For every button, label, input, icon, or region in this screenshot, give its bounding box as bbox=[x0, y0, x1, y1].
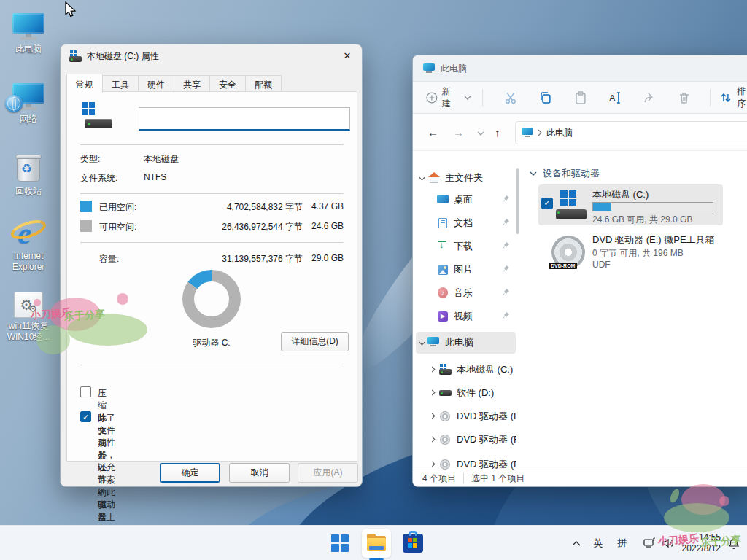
devices-and-drives-header[interactable]: 设备和驱动器 bbox=[530, 167, 600, 180]
desktop-icon-label: Internet Explorer bbox=[1, 251, 55, 273]
properties-dialog: 本地磁盘 (C:) 属性 ✕ 常规 工具 硬件 共享 安全 配额 类型:本地磁盘… bbox=[60, 44, 363, 487]
breadcrumb[interactable]: 此电脑 bbox=[546, 127, 573, 139]
volume-icon[interactable] bbox=[662, 537, 675, 549]
explorer-title-bar[interactable]: 此电脑 bbox=[413, 55, 747, 81]
pin-icon bbox=[502, 218, 510, 226]
cancel-button[interactable]: 取消 bbox=[229, 463, 290, 483]
desktop-icon-network[interactable]: 网络 bbox=[1, 77, 55, 125]
volume-label-input[interactable] bbox=[139, 107, 350, 131]
sidebar-item-documents[interactable]: 文档 bbox=[416, 212, 516, 234]
desktop-icon-internet-explorer[interactable]: e Internet Explorer bbox=[1, 214, 55, 273]
sidebar-item-pictures[interactable]: 图片 bbox=[416, 259, 516, 281]
microsoft-store-icon bbox=[403, 534, 423, 553]
desktop-icon-label: 此电脑 bbox=[1, 44, 55, 55]
ime-mode-button[interactable]: 拼 bbox=[618, 537, 627, 550]
sidebar-item-desktop[interactable]: 桌面 bbox=[416, 189, 516, 211]
separator bbox=[80, 144, 344, 145]
chevron-down-icon bbox=[464, 96, 471, 100]
sidebar-item-drive-d[interactable]: 软件 (D:) bbox=[416, 382, 516, 404]
copy-icon[interactable] bbox=[538, 90, 553, 105]
type-row: 类型:本地磁盘 bbox=[80, 153, 344, 165]
paste-icon[interactable] bbox=[573, 90, 588, 105]
back-button[interactable]: ← bbox=[427, 126, 438, 139]
sidebar-item-music[interactable]: ♪ 音乐 bbox=[416, 282, 516, 304]
new-button[interactable]: 新建 bbox=[426, 85, 471, 110]
desktop: 此电脑 网络 ♻ 回收站 e Internet Explorer ⚙⚙ win1… bbox=[0, 0, 747, 560]
address-bar[interactable]: 此电脑 bbox=[515, 121, 747, 144]
recent-locations-chevron-icon[interactable] bbox=[477, 131, 484, 136]
compress-checkbox[interactable] bbox=[80, 386, 91, 397]
ime-language-button[interactable]: 英 bbox=[594, 537, 603, 550]
dialog-title-bar[interactable]: 本地磁盘 (C:) 属性 ✕ bbox=[61, 44, 362, 66]
downloads-icon: ↓ bbox=[436, 241, 449, 252]
up-button[interactable]: ↑ bbox=[495, 126, 500, 139]
drive-icon bbox=[439, 387, 452, 399]
explorer-status-bar: 4 个项目 选中 1 个项目 bbox=[413, 470, 747, 486]
this-pc-icon bbox=[12, 13, 44, 41]
apply-button[interactable]: 应用(A) bbox=[298, 463, 358, 483]
desktop-folder-icon bbox=[436, 194, 449, 206]
drive-item-c[interactable]: ✓ 本地磁盘 (C:) 24.6 GB 可用, 共 29.0 GB bbox=[538, 184, 723, 225]
sidebar-item-downloads[interactable]: ↓ 下载 bbox=[416, 236, 516, 257]
sidebar-item-home[interactable]: 主文件夹 bbox=[416, 167, 516, 189]
tab-general[interactable]: 常规 bbox=[66, 74, 103, 93]
videos-icon: ▶ bbox=[436, 311, 449, 322]
sidebar-item-this-pc[interactable]: 此电脑 bbox=[416, 332, 516, 354]
tab-quota[interactable]: 配额 bbox=[245, 75, 282, 92]
desktop-icon-recycle-bin[interactable]: ♻ 回收站 bbox=[1, 149, 55, 197]
sort-button[interactable]: 排序 bbox=[719, 85, 747, 110]
start-button[interactable] bbox=[325, 529, 355, 558]
cut-icon[interactable] bbox=[503, 90, 518, 105]
dvd-drive-icon bbox=[439, 434, 452, 446]
close-icon[interactable]: ✕ bbox=[338, 48, 356, 63]
index-checkbox[interactable]: ✓ bbox=[80, 411, 91, 422]
drive-c-icon bbox=[554, 190, 587, 219]
dvd-rom-icon: DVD-ROM bbox=[551, 236, 585, 269]
taskbar-file-explorer[interactable] bbox=[362, 529, 391, 558]
sidebar-scrollbar[interactable] bbox=[516, 168, 519, 234]
network-icon[interactable] bbox=[643, 537, 656, 549]
sidebar-item-dvd-f[interactable]: DVD 驱动器 (F:) bbox=[416, 429, 516, 451]
details-button[interactable]: 详细信息(D) bbox=[281, 332, 349, 351]
ok-button[interactable]: 确定 bbox=[160, 463, 220, 483]
chevron-expanded-icon bbox=[419, 176, 425, 181]
home-icon bbox=[427, 172, 441, 184]
music-icon: ♪ bbox=[436, 287, 449, 299]
toolbar-separator bbox=[482, 89, 483, 106]
network-icon bbox=[12, 83, 44, 111]
explorer-main-pane: 设备和驱动器 ✓ 本地磁盘 (C:) 24.6 GB 可用, 共 29.0 GB… bbox=[519, 151, 747, 470]
file-explorer-icon bbox=[367, 536, 386, 551]
forward-button[interactable]: → bbox=[453, 126, 464, 139]
svg-text:A: A bbox=[609, 92, 616, 103]
sidebar-item-drive-c[interactable]: 本地磁盘 (C:) bbox=[416, 359, 516, 381]
dialog-tabs: 常规 工具 硬件 共享 安全 配额 bbox=[66, 74, 281, 92]
sidebar-item-dvd-media[interactable]: DVD 驱动器 (E:) bbox=[416, 454, 516, 470]
chevron-collapsed-icon bbox=[431, 436, 436, 443]
drive-usage-bar bbox=[592, 202, 713, 211]
pin-icon bbox=[502, 265, 510, 273]
tab-sharing[interactable]: 共享 bbox=[174, 75, 210, 92]
drive-item-dvd-e[interactable]: DVD-ROM DVD 驱动器 (E:) 微PE工具箱 0 字节 可用, 共 1… bbox=[538, 230, 723, 278]
tab-security[interactable]: 安全 bbox=[209, 75, 246, 92]
taskbar-microsoft-store[interactable] bbox=[398, 529, 427, 558]
explorer-window: 此电脑 新建 A 排序 ← → ↑ bbox=[412, 55, 747, 487]
separator bbox=[80, 193, 344, 194]
desktop-icon-win11-restore[interactable]: ⚙⚙ win11恢复WIN10经... bbox=[1, 284, 55, 343]
drive-c-icon bbox=[439, 364, 452, 376]
selected-checkbox[interactable]: ✓ bbox=[541, 198, 553, 209]
clock[interactable]: 14:55 2022/8/12 bbox=[682, 532, 721, 554]
delete-icon[interactable] bbox=[677, 90, 692, 105]
notifications-bell-icon[interactable] bbox=[728, 537, 740, 550]
share-icon[interactable] bbox=[642, 90, 657, 105]
toolbar-separator bbox=[710, 89, 711, 106]
status-separator bbox=[463, 473, 464, 483]
tab-hardware[interactable]: 硬件 bbox=[138, 75, 174, 92]
tray-chevron-icon[interactable] bbox=[572, 538, 581, 548]
desktop-icon-this-pc[interactable]: 此电脑 bbox=[1, 7, 55, 55]
sidebar-item-videos[interactable]: ▶ 视频 bbox=[416, 306, 516, 327]
sidebar-item-dvd-e[interactable]: DVD 驱动器 (E:) bbox=[416, 405, 516, 427]
rename-icon[interactable]: A bbox=[607, 90, 623, 105]
tab-tools[interactable]: 工具 bbox=[102, 75, 139, 92]
explorer-address-row: ← → ↑ 此电脑 bbox=[413, 114, 747, 151]
tray-time: 14:55 bbox=[682, 532, 721, 543]
